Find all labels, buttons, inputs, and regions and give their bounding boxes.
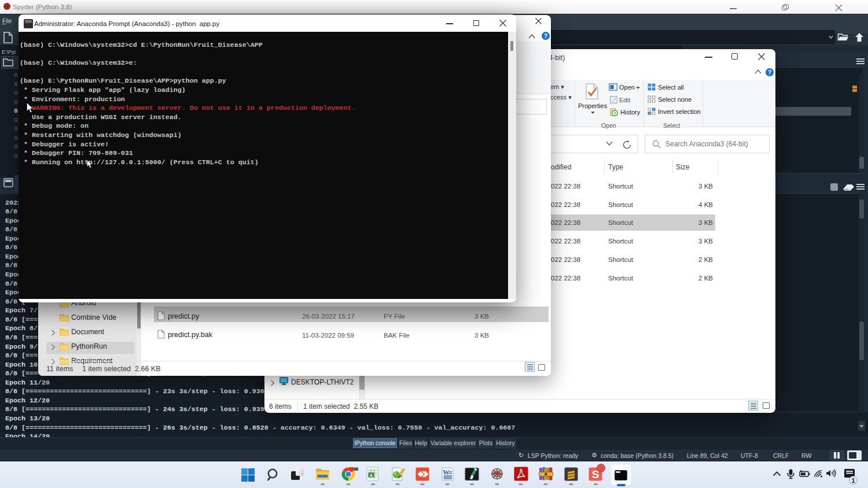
svg-text:X: X (370, 473, 373, 478)
svg-text:W: W (443, 468, 450, 476)
